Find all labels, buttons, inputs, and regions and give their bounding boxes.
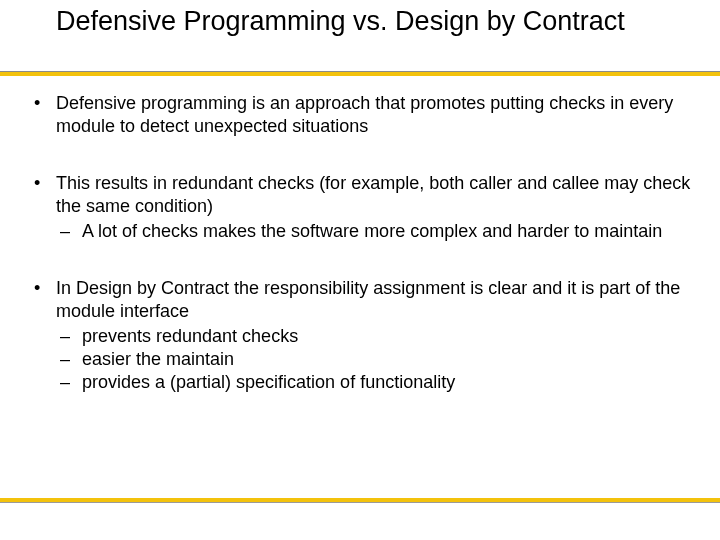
bullet-1: Defensive programming is an approach tha… [28,92,692,138]
title-rule [0,72,720,76]
bullet-list: Defensive programming is an approach tha… [28,92,692,394]
bullet-3-sub-2: easier the maintain [56,348,692,371]
bullet-2-sub-1: A lot of checks makes the software more … [56,220,692,243]
bullet-3-sub-1-text: prevents redundant checks [82,326,298,346]
bullet-3-sub-1: prevents redundant checks [56,325,692,348]
bullet-3-sub-3: provides a (partial) specification of fu… [56,371,692,394]
bullet-3: In Design by Contract the responsibility… [28,277,692,394]
slide-title: Defensive Programming vs. Design by Cont… [56,6,680,38]
bullet-3-sub-2-text: easier the maintain [82,349,234,369]
bullet-2-sub-1-text: A lot of checks makes the software more … [82,221,662,241]
footer-rule-shadow [0,502,720,503]
bullet-3-sub-3-text: provides a (partial) specification of fu… [82,372,455,392]
bullet-2-sublist: A lot of checks makes the software more … [56,220,692,243]
content-area: Defensive programming is an approach tha… [0,92,720,394]
bullet-1-text: Defensive programming is an approach tha… [56,93,673,136]
bullet-3-sublist: prevents redundant checks easier the mai… [56,325,692,394]
bullet-2-text: This results in redundant checks (for ex… [56,173,690,216]
title-area: Defensive Programming vs. Design by Cont… [0,0,720,40]
slide: Defensive Programming vs. Design by Cont… [0,0,720,540]
bullet-3-text: In Design by Contract the responsibility… [56,278,680,321]
bullet-2: This results in redundant checks (for ex… [28,172,692,243]
